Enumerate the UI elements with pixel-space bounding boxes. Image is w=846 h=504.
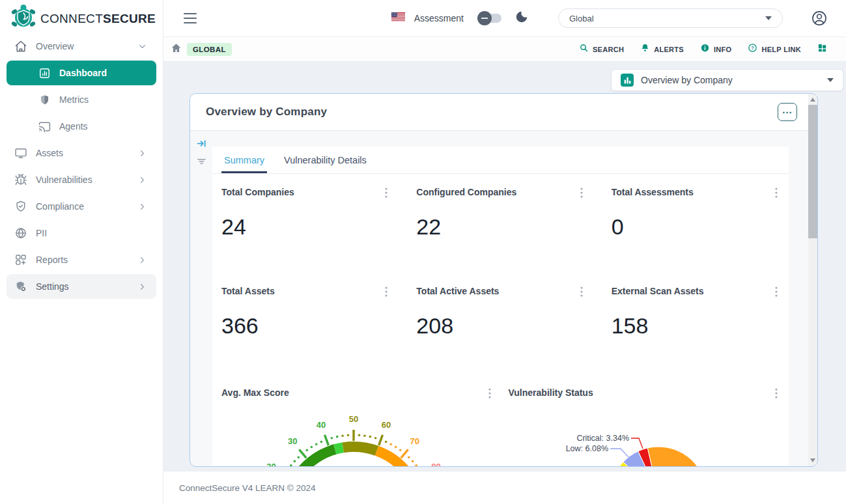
kebab-menu-icon[interactable]: [773, 387, 780, 399]
sidebar-item-pii[interactable]: PII: [7, 221, 156, 245]
gauge-chart: 20304050607080: [221, 400, 501, 466]
scrollbar-thumb[interactable]: [808, 105, 817, 238]
breadcrumb-actions: SEARCH ALERTS INFO ? HELP LINK: [579, 43, 827, 55]
kebab-menu-icon[interactable]: [773, 286, 780, 298]
alerts-action[interactable]: ALERTS: [640, 43, 684, 55]
toggle-knob[interactable]: [477, 11, 492, 25]
shield-metrics-icon: [38, 93, 51, 106]
caret-down-icon: [765, 16, 772, 20]
assessment-toggle[interactable]: [479, 14, 501, 23]
vulnerability-status-chart-cell: Vulnerability Status Critical: 3.34%Low:…: [509, 387, 780, 466]
hamburger-menu-icon[interactable]: [184, 13, 197, 23]
breadcrumb-home-icon[interactable]: [171, 42, 182, 56]
sidebar-item-label: Compliance: [36, 201, 129, 212]
grid-plus-icon: [14, 253, 27, 266]
chevron-down-icon: [137, 42, 147, 51]
search-icon: [579, 43, 589, 55]
help-action[interactable]: ? HELP LINK: [748, 43, 801, 55]
kebab-menu-icon[interactable]: [773, 187, 780, 199]
sidebar-item-vulnerabilities[interactable]: Vulnerabilities: [7, 167, 156, 192]
breadcrumb-global-badge[interactable]: GLOBAL: [187, 43, 232, 56]
collapse-to-right-icon[interactable]: [197, 139, 206, 148]
widget-header: Overview by Company ...: [190, 94, 808, 131]
svg-text:70: 70: [410, 436, 419, 446]
main-column: Assessment Global GLOBAL: [163, 0, 846, 504]
svg-text:?: ?: [752, 46, 754, 51]
stat-external-scan-assets: External Scan Assets 158: [612, 286, 780, 339]
svg-text:40: 40: [317, 420, 326, 430]
widget-title: Overview by Company: [206, 105, 778, 119]
sidebar-item-label: Settings: [36, 281, 129, 292]
caret-down-icon: [827, 78, 834, 82]
logo[interactable]: CONNECTSECURE: [0, 0, 163, 33]
sidebar-item-assets[interactable]: Assets: [7, 141, 156, 165]
tab-vulnerability-details[interactable]: Vulnerability Details: [284, 147, 367, 173]
sidebar-item-label: Agents: [59, 121, 147, 132]
monitor-icon: [14, 147, 27, 160]
sidebar-item-metrics[interactable]: Metrics: [7, 87, 156, 112]
scroll-up-arrow[interactable]: [810, 98, 815, 102]
kebab-menu-icon[interactable]: [383, 187, 389, 199]
view-selector-value: Overview by Company: [641, 75, 733, 85]
info-action[interactable]: INFO: [700, 43, 731, 55]
stats-grid: Total Companies 24 Configured Companies …: [212, 174, 789, 339]
dark-mode-moon-icon[interactable]: [515, 10, 529, 27]
kebab-menu-icon[interactable]: [383, 286, 389, 298]
info-icon: [700, 43, 710, 55]
stat-total-assessments: Total Assessments 0: [612, 187, 780, 240]
stat-value: 24: [221, 214, 389, 240]
sidebar-item-label: Reports: [36, 255, 129, 265]
content-area: Overview by Company Overview by Company …: [163, 62, 846, 471]
filter-icon[interactable]: [197, 156, 206, 166]
us-flag-icon[interactable]: [391, 12, 405, 24]
global-scope-select[interactable]: Global: [558, 8, 783, 28]
chevron-right-icon: [137, 255, 147, 265]
stat-value: 366: [221, 313, 389, 339]
dashboard-chart-icon: [38, 66, 51, 79]
bell-icon: [640, 43, 650, 55]
summary-panel: Summary Vulnerability Details Total Comp…: [212, 147, 789, 466]
sidebar-item-agents[interactable]: Agents: [7, 114, 156, 139]
sidebar-item-reports[interactable]: Reports: [7, 247, 156, 272]
sidebar-item-label: Assets: [36, 148, 129, 158]
chevron-right-icon: [137, 202, 147, 212]
globe-icon: [14, 227, 27, 240]
stat-configured-companies: Configured Companies 22: [416, 187, 584, 240]
apps-grid-icon: [817, 43, 827, 55]
scroll-down-arrow[interactable]: [810, 458, 815, 462]
widget-scrollbar[interactable]: [808, 94, 817, 466]
svg-text:30: 30: [288, 436, 297, 446]
chart-title: Avg. Max Score: [221, 387, 289, 398]
view-selector-dropdown[interactable]: Overview by Company: [611, 69, 843, 91]
sidebar-item-label: Vulnerabilities: [36, 175, 129, 185]
svg-text:80: 80: [431, 462, 440, 466]
tab-bar: Summary Vulnerability Details: [212, 147, 789, 174]
svg-text:Critical: 3.34%: Critical: 3.34%: [576, 434, 629, 443]
kebab-menu-icon[interactable]: [486, 387, 493, 399]
sidebar-item-dashboard[interactable]: Dashboard: [7, 61, 156, 85]
chevron-right-icon: [137, 282, 147, 292]
widget-menu-button[interactable]: ...: [778, 103, 797, 121]
donut-chart: Critical: 3.34%Low: 6.08%: [509, 400, 789, 466]
kebab-menu-icon[interactable]: [578, 187, 585, 199]
kebab-menu-icon[interactable]: [578, 286, 585, 298]
stat-value: 0: [612, 214, 780, 240]
sidebar-item-label: Overview: [36, 41, 129, 51]
tab-summary[interactable]: Summary: [224, 147, 264, 173]
svg-text:Low: 6.08%: Low: 6.08%: [565, 444, 608, 453]
svg-text:50: 50: [349, 414, 358, 424]
sidebar-item-compliance[interactable]: Compliance: [7, 194, 156, 219]
user-profile-icon[interactable]: [811, 10, 828, 27]
sidebar-item-settings[interactable]: Settings: [7, 274, 156, 299]
search-action[interactable]: SEARCH: [579, 43, 624, 55]
topbar: Assessment Global: [163, 0, 846, 37]
stat-value: 22: [416, 214, 584, 240]
stat-value: 208: [416, 313, 584, 339]
shield-check-icon: [14, 200, 27, 213]
stat-total-active-assets: Total Active Assets 208: [416, 286, 584, 339]
bar-chart-icon: [621, 74, 634, 87]
sidebar-item-overview[interactable]: Overview: [7, 34, 156, 59]
sidebar: CONNECTSECURE Overview Dashboard Metrics: [0, 0, 163, 504]
breadcrumb-bar: GLOBAL SEARCH ALERTS INFO ? HELP LINK: [163, 37, 846, 62]
apps-grid-action[interactable]: [817, 43, 827, 55]
